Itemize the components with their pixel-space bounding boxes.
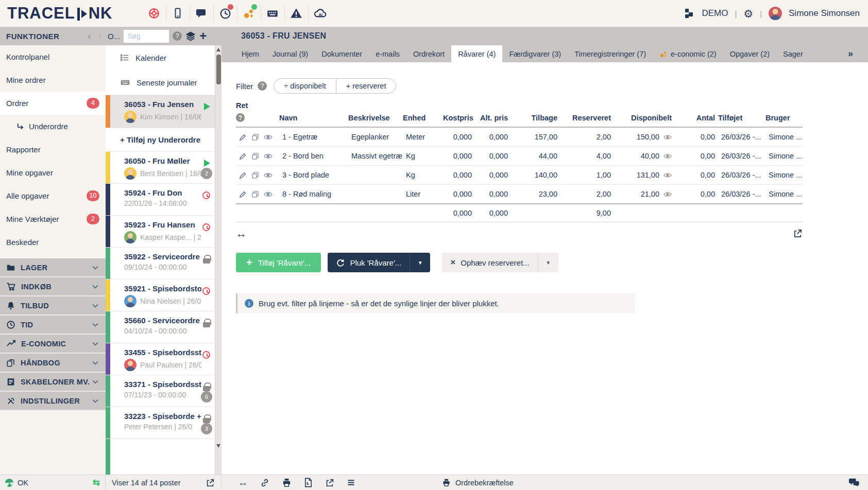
edit-pencil-icon[interactable] [239,190,247,198]
add-raavare-button[interactable]: + Tilføj 'Råvare'... [236,253,321,272]
order-card[interactable]: 35922 - Serviceordre p... 09/10/24 - 00:… [106,247,215,279]
scroll-down-arrow[interactable] [216,444,220,448]
filter-help-icon[interactable]: ? [258,81,267,91]
copy-icon[interactable] [251,190,259,198]
stock-eye-icon[interactable] [663,134,672,141]
export-table-icon[interactable] [793,229,803,238]
order-card[interactable]: 36050 - Fru Møller Bent Bentsen | 16/06 … [106,151,215,183]
menu-icon[interactable] [347,478,355,487]
module-blocks-icon[interactable] [683,7,695,20]
copy-icon[interactable] [251,152,259,160]
e-conomic-sync-icon[interactable] [237,5,261,22]
material-row[interactable]: 3 - Bord plade Kg 0,000 0,000 140,00 1,0… [236,166,803,185]
print-icon[interactable] [282,478,292,487]
tab[interactable]: Færdigvarer (3) [502,45,568,62]
tab[interactable]: Hjem [235,45,266,62]
view-eye-icon[interactable] [264,133,273,141]
order-card[interactable]: 33371 - Spisebordsstole 07/11/23 - 00:00… [106,375,215,407]
pluk-dropdown-caret[interactable]: ▼ [410,253,430,272]
settings-gear-icon[interactable]: ⚙ [743,8,753,19]
mobile-phone-icon[interactable] [166,5,190,22]
filter-disponibelt-button[interactable]: ÷ disponibelt [274,79,335,93]
tab[interactable]: Journal (9) [266,45,315,62]
stock-eye-icon[interactable] [663,172,672,179]
export-list-icon[interactable] [206,478,215,487]
pdf-icon[interactable] [304,478,313,487]
support-lifering-icon[interactable] [143,5,166,22]
layers-icon[interactable] [185,31,196,41]
tab[interactable]: Dokumenter [315,45,369,62]
expand-columns-icon[interactable]: ↔ [236,228,247,239]
col-beskrivelse[interactable]: Beskrivelse [348,110,403,127]
sidebar-item[interactable]: Kontrolpanel [0,45,106,68]
app-logo[interactable]: TRACEL NK [7,4,113,23]
col-reserveret[interactable]: Reserveret [560,110,614,127]
stock-eye-icon[interactable] [663,191,672,198]
tab[interactable]: » [841,45,860,62]
order-card-partial[interactable] [106,439,215,475]
edit-pencil-icon[interactable] [239,133,247,141]
sync-arrows-icon[interactable]: ⇆ [93,477,100,488]
pluk-raavare-button[interactable]: Pluk 'Råvare'... [328,253,410,272]
sidebar-item[interactable]: Ordrer 4 [0,92,106,115]
col-kostpris[interactable]: Kostpris [443,110,475,127]
filter-reserveret-button[interactable]: + reserveret [336,79,396,93]
tab[interactable]: Opgaver (2) [723,45,776,62]
view-eye-icon[interactable] [264,190,273,198]
expand-right-icon[interactable]: › [98,30,101,42]
col-disponibelt[interactable]: Disponibelt [614,110,675,127]
cloud-ai-icon[interactable]: AI [309,5,332,22]
edit-pencil-icon[interactable] [239,152,247,160]
order-card[interactable]: 35923 - Fru Hansen Kasper Kaspe... | 22/… [106,215,215,247]
add-suborder-link[interactable]: + Tilføj ny Underordre [106,128,215,151]
col-tilfojet[interactable]: Tilføjet [718,110,765,127]
copy-icon[interactable] [251,133,259,141]
search-input[interactable] [124,30,169,43]
material-row[interactable]: 2 - Bord ben Massivt egetræ Kg 0,000 0,0… [236,147,803,166]
keyboard-icon[interactable] [261,5,285,22]
stock-eye-icon[interactable] [663,153,672,160]
col-navn[interactable]: Navn [279,110,348,127]
time-clock-icon[interactable] [214,5,237,22]
order-card[interactable]: 33223 - Spiseborde + s... Peter Petersen… [106,407,215,439]
order-card[interactable]: 35924 - Fru Don 22/01/26 - 14:08:00 [106,183,215,215]
tab[interactable]: Sager [776,45,810,62]
col-antal[interactable]: Antal [675,110,718,127]
material-row[interactable]: 1 - Egetræ Egeplanker Meter 0,000 0,000 … [236,127,803,147]
order-card[interactable]: 35921 - Spisebordstole... Nina Nielsen |… [106,279,215,311]
col-enhed[interactable]: Enhed [403,110,443,127]
sidebar-group-indkob[interactable]: INDKØB [0,277,106,296]
sidebar-item[interactable]: Alle opgaver 10 [0,184,106,207]
tab[interactable]: e-mails [369,45,406,62]
order-list-scrollbar[interactable] [215,45,222,475]
link-icon[interactable] [260,478,269,487]
scroll-thumb[interactable] [216,55,221,84]
share-icon[interactable] [325,478,334,487]
sidebar-item[interactable]: Mine opgaver [0,161,106,184]
tab[interactable]: Råvarer (4) [451,45,502,62]
view-eye-icon[interactable] [264,152,273,160]
order-card[interactable]: 33455 - Spisebordsstol... Paul Paulsen |… [106,343,215,375]
sidebar-item[interactable]: Beskeder [0,231,106,254]
sidebar-item[interactable]: Rapporter [0,138,106,161]
material-row[interactable]: 8 - Rød maling Liter 0,000 0,000 23,00 2… [236,185,803,204]
shortcut-kalender[interactable]: Kalender [106,45,215,70]
tab[interactable]: Ordrekort [406,45,451,62]
shortcut-seneste-journaler[interactable]: Seneste journaler [106,70,215,95]
chat-bubble-icon[interactable] [190,5,214,22]
user-avatar[interactable] [769,7,782,20]
sidebar-group-lager[interactable]: LAGER [0,258,106,277]
sidebar-group-tilbud[interactable]: TILBUD [0,296,106,316]
order-card[interactable]: 36053 - Fru Jensen Kim Kimsen | 16/06 [106,95,215,128]
tab[interactable]: Timeregistreringer (7) [568,45,653,62]
edit-pencil-icon[interactable] [239,171,247,179]
col-alt-pris[interactable]: Alt. pris [475,110,511,127]
warning-icon[interactable] [285,5,309,22]
expand-view-icon[interactable]: ↔ [238,478,248,487]
sidebar-group-tid[interactable]: TID [0,316,106,335]
collapse-left-icon[interactable]: ‹ [88,30,91,42]
sidebar-item[interactable]: Mine ordrer [0,68,106,92]
ophaev-dropdown-caret[interactable]: ▼ [538,253,558,272]
sidebar-group-skabeloner[interactable]: SKABELONER MV. [0,373,106,392]
help-icon[interactable]: ? [173,31,182,41]
